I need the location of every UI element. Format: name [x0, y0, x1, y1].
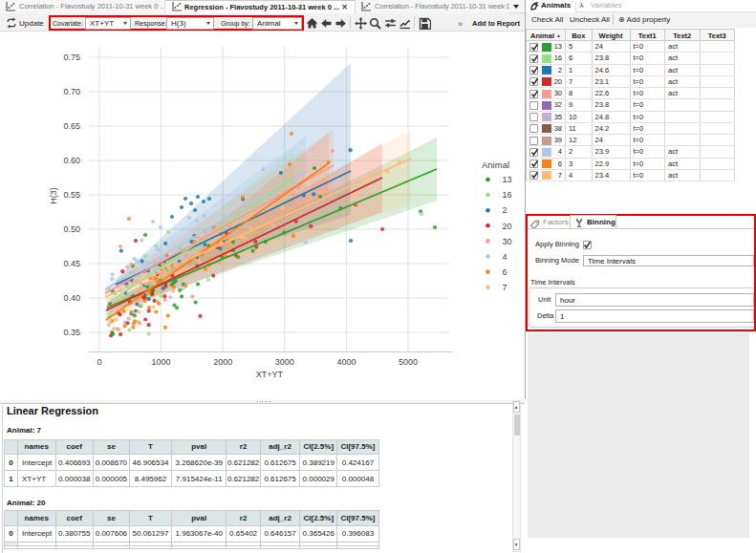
svg-text:13: 13 — [503, 175, 512, 184]
svg-text:0.75: 0.75 — [63, 53, 80, 62]
svg-text:0.70: 0.70 — [63, 87, 80, 96]
svg-text:0.50: 0.50 — [63, 224, 80, 234]
svg-text:H(3): H(3) — [49, 187, 58, 204]
svg-text:0.55: 0.55 — [63, 190, 80, 200]
svg-text:30: 30 — [503, 237, 512, 246]
svg-text:5000: 5000 — [399, 357, 418, 367]
svg-text:2000: 2000 — [213, 357, 232, 367]
svg-text:1000: 1000 — [152, 357, 171, 367]
svg-text:0.40: 0.40 — [63, 293, 80, 303]
svg-text:3000: 3000 — [275, 357, 294, 367]
svg-text:0.60: 0.60 — [63, 156, 80, 165]
svg-text:6: 6 — [503, 267, 508, 277]
svg-text:0.35: 0.35 — [63, 328, 80, 337]
svg-text:XT+YT: XT+YT — [256, 370, 284, 379]
svg-text:2: 2 — [503, 205, 508, 215]
svg-text:4000: 4000 — [336, 357, 356, 367]
svg-text:0: 0 — [97, 357, 101, 367]
svg-text:16: 16 — [503, 190, 512, 200]
svg-text:0.45: 0.45 — [63, 259, 80, 268]
svg-text:4: 4 — [503, 252, 508, 262]
svg-text:7: 7 — [503, 283, 508, 292]
svg-text:20: 20 — [503, 222, 512, 231]
svg-text:0.65: 0.65 — [63, 121, 80, 131]
svg-text:Animal: Animal — [482, 160, 509, 170]
